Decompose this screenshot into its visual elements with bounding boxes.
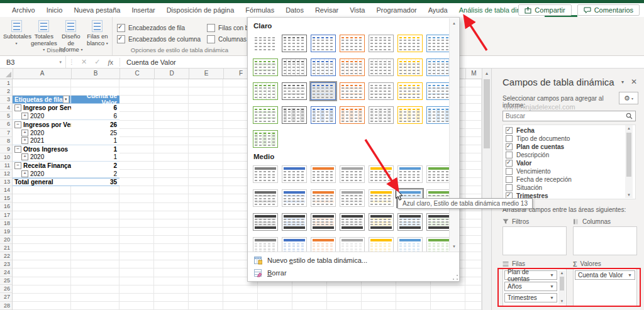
expand-icon[interactable]: +: [21, 153, 28, 160]
expand-icon[interactable]: +: [21, 170, 28, 177]
style-thumb-claro-2-2[interactable]: [282, 58, 307, 76]
row-header-21[interactable]: 21: [0, 244, 12, 252]
style-thumb-claro-4-5[interactable]: [369, 106, 394, 124]
style-thumb-claro-2-4[interactable]: [340, 58, 365, 76]
style-thumb-medio-1-6[interactable]: [397, 165, 423, 183]
style-thumb-medio-1-7[interactable]: [426, 165, 449, 183]
column-header-c[interactable]: C: [120, 69, 155, 79]
comments-button[interactable]: Comentarios: [577, 4, 640, 16]
style-thumb-claro-1-4[interactable]: [340, 35, 365, 52]
style-thumb-claro-3-2[interactable]: [282, 82, 307, 100]
style-thumb-medio-2-1[interactable]: [253, 189, 278, 207]
collapse-icon[interactable]: −: [14, 104, 21, 111]
style-thumb-claro-4-4[interactable]: [340, 106, 365, 124]
tab-insertar[interactable]: Insertar: [126, 3, 160, 17]
tab-ayuda[interactable]: Ayuda: [423, 3, 453, 17]
style-thumb-medio-3-2[interactable]: [282, 213, 307, 231]
search-input[interactable]: [503, 113, 626, 119]
style-thumb-claro-1-2[interactable]: [282, 35, 307, 52]
row-header-5[interactable]: 5: [0, 112, 12, 120]
pivot-row-labels-header[interactable]: Etiquetas de fila▼: [13, 96, 71, 103]
row-header-11[interactable]: 11: [0, 162, 12, 170]
enter-icon[interactable]: ✓: [91, 58, 104, 66]
style-thumb-medio-1-2[interactable]: [282, 165, 307, 183]
column-header-e[interactable]: E: [189, 69, 224, 79]
style-thumb-medio-2-5[interactable]: [369, 189, 394, 207]
clear-style-menu-item[interactable]: Borrar: [248, 267, 459, 279]
tab-revisar[interactable]: Revisar: [309, 3, 344, 17]
row-header-17[interactable]: 17: [0, 211, 12, 219]
style-thumb-claro-1-7[interactable]: [426, 35, 449, 52]
row-header-28[interactable]: 28: [0, 302, 12, 310]
pivot-row-6[interactable]: −Ingresos por Ventas26: [13, 120, 119, 128]
field-descripcion[interactable]: Descripción: [506, 151, 626, 159]
style-thumb-claro-2-6[interactable]: [397, 58, 423, 76]
style-thumb-medio-1-3[interactable]: [311, 165, 336, 183]
pivot-row-13[interactable]: Total general35: [13, 178, 119, 186]
style-thumb-medio-2-3[interactable]: [311, 189, 336, 207]
row-header-26[interactable]: 26: [0, 285, 12, 293]
row-header-15[interactable]: 15: [0, 194, 12, 202]
share-button[interactable]: Compartir: [518, 4, 571, 16]
row-header-4[interactable]: 4: [0, 104, 12, 112]
style-thumb-medio-4-6[interactable]: [397, 237, 423, 252]
style-thumb-medio-4-2[interactable]: [282, 237, 307, 252]
expand-icon[interactable]: +: [21, 130, 28, 136]
style-thumb-medio-3-6[interactable]: [397, 213, 423, 231]
column-header-d[interactable]: D: [155, 69, 189, 79]
style-thumb-claro-3-6[interactable]: [397, 82, 423, 100]
row-header-25[interactable]: 25: [0, 277, 12, 285]
style-thumb-claro-4-6[interactable]: [397, 106, 423, 124]
row-header-27[interactable]: 27: [0, 293, 12, 301]
filter-dropdown-icon[interactable]: ▼: [63, 96, 69, 103]
expand-icon[interactable]: +: [21, 137, 28, 144]
style-thumb-medio-3-5[interactable]: [369, 213, 394, 231]
row-header-1[interactable]: 1: [0, 79, 12, 87]
row-header-2[interactable]: 2: [0, 87, 12, 96]
checkbox-encabezados-de-columna[interactable]: Encabezados de columna: [117, 33, 201, 45]
field-scroll-up-icon[interactable]: ▲: [625, 125, 633, 131]
style-thumb-medio-3-1[interactable]: [253, 213, 278, 231]
row-header-20[interactable]: 20: [0, 236, 12, 244]
tab-disposicion-de-pagina[interactable]: Disposición de página: [161, 3, 240, 17]
style-thumb-claro-4-2[interactable]: [282, 106, 307, 124]
pivot-row-5[interactable]: +20206: [13, 112, 119, 120]
tab-datos[interactable]: Datos: [280, 3, 309, 17]
style-thumb-claro-4-3[interactable]: [311, 106, 336, 124]
filters-area-items[interactable]: [502, 226, 567, 255]
tab-programador[interactable]: Programador: [370, 3, 422, 17]
style-thumb-medio-4-1[interactable]: [253, 237, 278, 252]
tab-archivo[interactable]: Archivo: [6, 3, 41, 17]
field-fecha-de-recepcion[interactable]: Fecha de recepción: [506, 175, 626, 184]
field-list-scrollbar[interactable]: ▲▼: [625, 125, 633, 198]
checkbox-encabezados-de-fila[interactable]: Encabezados de fila: [117, 22, 201, 33]
row-header-9[interactable]: 9: [0, 145, 12, 153]
field-situacion[interactable]: Situación: [506, 184, 626, 192]
style-thumb-medio-4-4[interactable]: [340, 237, 365, 252]
cancel-icon[interactable]: ✕: [77, 58, 91, 66]
vertical-scrollbar[interactable]: ▴: [482, 69, 491, 310]
tab-formulas[interactable]: Fórmulas: [240, 3, 280, 17]
style-thumb-medio-3-3[interactable]: [311, 213, 336, 231]
row-header-24[interactable]: 24: [0, 268, 12, 277]
style-thumb-claro-3-4[interactable]: [340, 82, 365, 100]
style-thumb-medio-1-5[interactable]: [369, 165, 394, 183]
pane-close-icon[interactable]: ✕: [631, 77, 637, 86]
style-thumb-claro-1-1[interactable]: [253, 35, 278, 52]
row-header-16[interactable]: 16: [0, 202, 12, 211]
scrollbar-thumb[interactable]: [484, 79, 490, 148]
style-thumb-claro-1-3[interactable]: [311, 35, 336, 52]
style-thumb-claro-3-3[interactable]: [311, 82, 336, 100]
style-thumb-claro-2-5[interactable]: [369, 58, 394, 76]
field-plan-de-cuentas[interactable]: Plan de cuentas: [506, 143, 626, 151]
style-thumb-medio-4-5[interactable]: [369, 237, 394, 252]
row-header-13[interactable]: 13: [0, 178, 12, 186]
pivot-row-10[interactable]: +20201: [13, 153, 119, 162]
tab-inicio[interactable]: Inicio: [41, 3, 69, 17]
gallery-scroll-up-icon[interactable]: ▴: [450, 19, 458, 27]
field-tipo-de-documento[interactable]: Tipo de documento: [506, 135, 626, 143]
formula-input[interactable]: Cuenta de Valor: [123, 58, 176, 66]
pivot-row-7[interactable]: +202025: [13, 129, 119, 137]
field-scroll-down-icon[interactable]: ▼: [625, 192, 633, 198]
style-thumb-claro-1-6[interactable]: [397, 35, 423, 52]
